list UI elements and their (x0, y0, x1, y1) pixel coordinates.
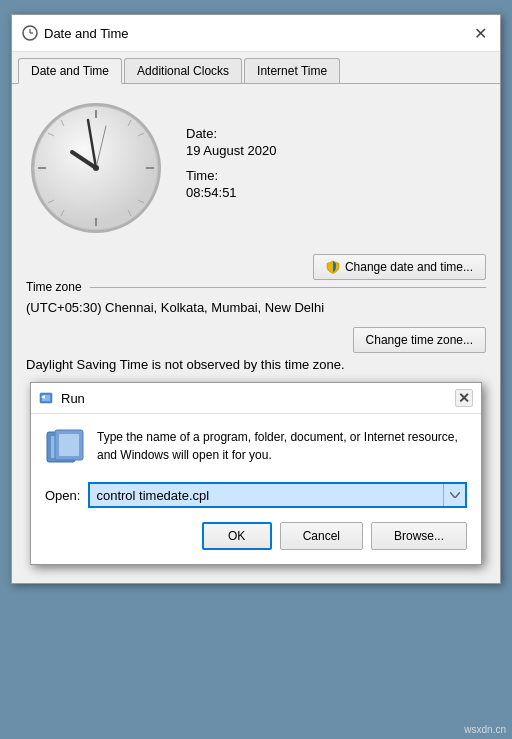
close-button[interactable]: ✕ (470, 23, 490, 43)
tab-internet-time[interactable]: Internet Time (244, 58, 340, 83)
tab-content: Date: 19 August 2020 Time: 08:54:51 Chan… (12, 84, 500, 583)
run-dialog: Run ✕ Type the name of a program, folder… (30, 382, 482, 565)
run-description: Type the name of a program, folder, docu… (97, 428, 467, 464)
watermark: wsxdn.cn (464, 724, 506, 735)
timezone-section-label: Time zone (26, 280, 82, 294)
run-window-icon (39, 390, 55, 406)
change-date-time-label: Change date and time... (345, 260, 473, 274)
run-buttons: OK Cancel Browse... (45, 522, 467, 550)
run-close-button[interactable]: ✕ (455, 389, 473, 407)
dropdown-arrow[interactable] (443, 484, 465, 506)
browse-button[interactable]: Browse... (371, 522, 467, 550)
change-timezone-button[interactable]: Change time zone... (353, 327, 486, 353)
divider-line (90, 287, 486, 288)
open-label: Open: (45, 488, 80, 503)
run-input-wrapper[interactable] (88, 482, 467, 508)
run-title-bar: Run ✕ (31, 383, 481, 414)
run-input[interactable] (90, 485, 443, 506)
window-icon (22, 25, 38, 41)
time-value: 08:54:51 (186, 185, 276, 200)
date-value: 19 August 2020 (186, 143, 276, 158)
clock-section: Date: 19 August 2020 Time: 08:54:51 (26, 98, 486, 238)
run-input-row: Open: (45, 482, 467, 508)
cancel-button[interactable]: Cancel (280, 522, 363, 550)
svg-point-20 (93, 165, 99, 171)
run-body: Type the name of a program, folder, docu… (31, 414, 481, 564)
window-title: Date and Time (44, 26, 470, 41)
analog-clock (26, 98, 166, 238)
run-title: Run (61, 391, 455, 406)
timezone-value: (UTC+05:30) Chennai, Kolkata, Mumbai, Ne… (26, 300, 486, 315)
ok-button[interactable]: OK (202, 522, 272, 550)
date-label: Date: (186, 126, 276, 141)
tab-bar: Date and Time Additional Clocks Internet… (12, 52, 500, 84)
timezone-divider: Time zone (26, 280, 486, 294)
shield-icon (326, 260, 340, 274)
title-bar: Date and Time ✕ (12, 15, 500, 52)
tab-date-time[interactable]: Date and Time (18, 58, 122, 84)
time-label: Time: (186, 168, 276, 183)
chevron-down-icon (450, 492, 460, 498)
change-date-time-button[interactable]: Change date and time... (313, 254, 486, 280)
run-app-icon (45, 428, 85, 468)
dst-note: Daylight Saving Time is not observed by … (26, 353, 486, 372)
run-description-area: Type the name of a program, folder, docu… (45, 428, 467, 468)
tab-additional-clocks[interactable]: Additional Clocks (124, 58, 242, 83)
date-time-info: Date: 19 August 2020 Time: 08:54:51 (186, 126, 276, 210)
svg-rect-26 (59, 434, 79, 456)
